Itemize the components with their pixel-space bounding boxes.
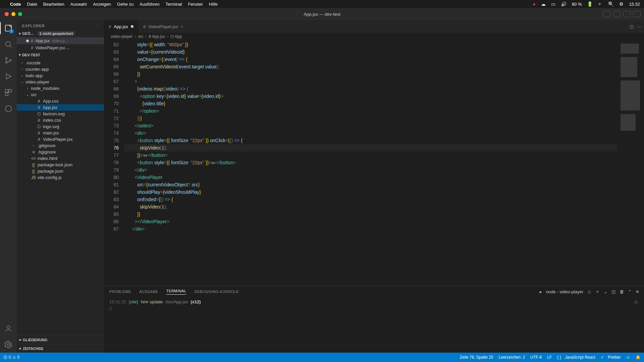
file-item[interactable]: #VideoPlayer.jsx — [17, 136, 104, 142]
close-window-button[interactable] — [5, 12, 9, 16]
close-tab-icon[interactable]: × — [181, 24, 183, 29]
clock[interactable]: 15:32 — [629, 2, 640, 7]
cloud-icon[interactable]: ☁ — [541, 1, 546, 7]
breadcrumb-item[interactable]: ⬡ App — [170, 34, 182, 39]
split-editor-icon[interactable]: ◫ — [630, 24, 634, 29]
code-area[interactable]: style={{ width: "400px" }} value={curren… — [124, 40, 617, 286]
file-item[interactable]: <>index.html — [17, 155, 104, 162]
new-terminal-icon[interactable]: ＋ — [595, 289, 600, 295]
wifi-icon[interactable]: ᯤ — [598, 1, 603, 7]
record-indicator-icon[interactable]: ● — [533, 1, 535, 7]
file-item[interactable]: #App.jsx — [17, 104, 104, 111]
panel-tab[interactable]: AUSGABE — [139, 290, 158, 294]
file-item[interactable]: ≡.hgignore — [17, 149, 104, 155]
open-editor-item[interactable]: #App.jsxvideo-p… — [17, 37, 104, 44]
file-item[interactable]: {}package.json — [17, 168, 104, 174]
folder-item[interactable]: ›node_modules — [17, 85, 104, 92]
breadcrumb[interactable]: video-player›src›# App.jsx›⬡ App — [104, 33, 644, 40]
file-item[interactable]: #index.css — [17, 117, 104, 123]
folder-item[interactable]: ⌄src — [17, 92, 104, 98]
kill-terminal-icon[interactable]: 🗑 — [620, 289, 624, 294]
menu-bearbeiten[interactable]: Bearbeiten — [43, 2, 64, 7]
status-cursor[interactable]: Zeile 76, Spalte 25 — [460, 355, 493, 360]
menu-fenster[interactable]: Fenster — [188, 2, 203, 7]
breadcrumb-item[interactable]: # App.jsx — [149, 34, 165, 39]
folder-item[interactable]: ⌄video-player — [17, 79, 104, 85]
timeline-section[interactable]: ▸ZEITACHSE — [17, 344, 104, 353]
editor-tab[interactable]: #App.jsx — [104, 20, 139, 33]
app-menu[interactable]: Code — [10, 2, 21, 7]
editor-more-icon[interactable]: ⋯ — [637, 24, 641, 29]
breadcrumb-item[interactable]: src — [138, 34, 143, 39]
maximize-panel-icon[interactable]: ⌃ — [628, 289, 632, 294]
open-editors-section[interactable]: ▾ GEÖ… 1 nicht gespeichert — [17, 30, 104, 37]
control-center-icon[interactable]: ⚙ — [619, 1, 624, 7]
outline-section[interactable]: ▸GLIEDERUNG — [17, 335, 104, 344]
split-terminal-icon[interactable]: ◫ — [611, 289, 615, 294]
activity-settings-icon[interactable] — [4, 340, 13, 349]
display-icon[interactable]: ▭ — [551, 1, 555, 7]
layout-sidebar-left-icon[interactable] — [603, 11, 610, 17]
terminal-process-name[interactable]: node - video-player — [546, 289, 583, 294]
open-editor-item[interactable]: #VideoPlayer.jsx… — [17, 44, 104, 51]
menu-gehezu[interactable]: Gehe zu — [117, 2, 133, 7]
panel-tab[interactable]: TERMINAL — [166, 289, 186, 295]
file-item[interactable]: ◦.gitignore — [17, 142, 104, 149]
activity-account-icon[interactable] — [4, 324, 13, 333]
menu-terminal[interactable]: Terminal — [166, 2, 182, 7]
activity-explorer-icon[interactable]: 1 — [4, 23, 13, 33]
menu-datei[interactable]: Datei — [27, 2, 37, 7]
file-item[interactable]: #App.css — [17, 98, 104, 104]
panel-tab[interactable]: DEBUGGING-KONSOLE — [194, 290, 239, 294]
folder-item[interactable]: ›.vscode — [17, 60, 104, 66]
status-spaces[interactable]: Leerzeichen: 2 — [499, 355, 525, 360]
terminal-body[interactable]: 15:31:25 [vite] hmr update /src/App.jsx … — [104, 297, 644, 353]
terminal-dropdown-icon[interactable]: ⌄ — [604, 289, 607, 294]
terminal-inline-warning-icon[interactable]: ⚠ — [634, 299, 638, 304]
layout-sidebar-right-icon[interactable] — [623, 11, 631, 17]
activity-scm-icon[interactable] — [4, 56, 13, 65]
menu-anzeigen[interactable]: Anzeigen — [93, 2, 111, 7]
status-errors[interactable]: ⓧ0⚠0 — [3, 355, 19, 360]
minimap[interactable] — [617, 40, 644, 286]
workspace-section[interactable]: ▾ DEV-TEST — [17, 51, 104, 58]
terminal-count: (x12) — [191, 299, 201, 304]
terminal-process-icon[interactable]: ▸ — [540, 289, 542, 294]
file-item[interactable]: ⎔logo.svg — [17, 123, 104, 130]
status-prettier[interactable]: ✓ Prettier — [601, 355, 621, 360]
battery-icon[interactable]: 🔋 — [587, 1, 593, 7]
activity-remote-icon[interactable] — [4, 104, 13, 113]
status-bell-icon[interactable]: 🔔 — [636, 355, 641, 360]
file-item[interactable]: JSvite.config.js — [17, 174, 104, 181]
activity-search-icon[interactable] — [4, 40, 13, 49]
file-tree[interactable]: ›.vscode›counter-app›todo-app⌄video-play… — [17, 58, 104, 335]
maximize-window-button[interactable] — [18, 12, 22, 16]
breadcrumb-item[interactable]: video-player — [111, 34, 132, 39]
status-encoding[interactable]: UTF-8 — [530, 355, 542, 360]
folder-item[interactable]: ›todo-app — [17, 72, 104, 79]
activity-debug-icon[interactable] — [4, 72, 13, 81]
editor[interactable]: 6263646566676869707172737475767778798081… — [104, 40, 644, 286]
svg-marker-5 — [6, 74, 11, 79]
editor-tab[interactable]: #VideoPlayer.jsx× — [139, 20, 188, 33]
panel-tab[interactable]: PROBLEME — [109, 290, 131, 294]
menu-ausfuehren[interactable]: Ausführen — [140, 2, 159, 7]
terminal-warning-icon[interactable]: ⚠ — [587, 289, 591, 294]
activity-extensions-icon[interactable] — [4, 88, 13, 97]
menu-auswahl[interactable]: Auswahl — [70, 2, 87, 7]
status-feedback-icon[interactable]: ☺ — [626, 355, 630, 360]
menu-hilfe[interactable]: Hilfe — [209, 2, 218, 7]
status-eol[interactable]: LF — [547, 355, 552, 360]
status-language[interactable]: { } JavaScript React — [557, 355, 595, 360]
file-item[interactable]: ⎔favicon.svg — [17, 111, 104, 117]
volume-icon[interactable]: 🔊 — [561, 1, 567, 7]
close-panel-icon[interactable]: ✕ — [636, 289, 639, 294]
folder-item[interactable]: ›counter-app — [17, 66, 104, 72]
sidebar-more-icon[interactable]: ⋯ — [95, 23, 99, 28]
minimize-window-button[interactable] — [11, 12, 15, 16]
file-item[interactable]: {}package-lock.json — [17, 162, 104, 168]
layout-panel-icon[interactable] — [613, 11, 621, 17]
file-item[interactable]: #main.jsx — [17, 130, 104, 136]
spotlight-icon[interactable]: 🔍 — [608, 1, 614, 7]
layout-customize-icon[interactable] — [633, 11, 641, 17]
